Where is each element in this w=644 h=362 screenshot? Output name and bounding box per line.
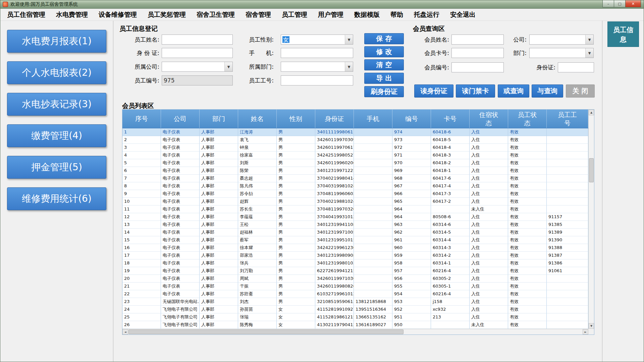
- clear-button[interactable]: 清 空: [364, 59, 404, 70]
- column-header[interactable]: 性别: [277, 110, 315, 128]
- sidebar-button[interactable]: 水电抄表记录(3): [7, 93, 106, 116]
- menu-item[interactable]: 帮助: [385, 9, 409, 20]
- dropdown-arrow-icon[interactable]: ▼: [345, 62, 353, 71]
- column-header[interactable]: 部门: [200, 110, 238, 128]
- close-window-button[interactable]: ✕: [625, 0, 641, 7]
- menu-item[interactable]: 设备维修管理: [93, 9, 142, 20]
- menu-item[interactable]: 员工住宿管理: [2, 9, 51, 20]
- menu-item[interactable]: 员工管理: [276, 9, 313, 20]
- table-row[interactable]: 11电子仪表人事部苏长生男3704811997032038...964未入住有效: [122, 205, 588, 213]
- table-row[interactable]: 23无锡国联华光电站...人事部刘杰男3210851959061318...13…: [122, 298, 588, 306]
- dropdown-arrow-icon[interactable]: ▼: [345, 35, 353, 44]
- column-header[interactable]: 编号: [392, 110, 431, 128]
- save-button[interactable]: 保 存: [364, 33, 404, 44]
- sidebar-button[interactable]: 维修费用统计(6): [7, 187, 106, 210]
- vertical-scrollbar-thumb[interactable]: [589, 158, 594, 182]
- table-row[interactable]: 7电子仪表人事部聂志超男3704021998041453...96860417-…: [122, 175, 588, 182]
- column-header[interactable]: 员工状态: [508, 110, 547, 128]
- horizontal-scrollbar-thumb[interactable]: [128, 329, 404, 334]
- table-row[interactable]: 20电子仪表人事部周斌男3426011997103040...95660305-…: [122, 275, 588, 283]
- member-number-input[interactable]: [451, 62, 504, 72]
- scroll-down-icon[interactable]: ▼: [589, 323, 594, 329]
- horizontal-scrollbar[interactable]: ◄ ►: [122, 329, 588, 335]
- employee-gender-combo[interactable]: 女 ▼: [281, 35, 353, 45]
- dropdown-arrow-icon[interactable]: ▼: [585, 35, 593, 44]
- sidebar-button[interactable]: 押金管理(5): [7, 156, 106, 179]
- member-card-input[interactable]: [451, 48, 504, 58]
- column-header[interactable]: 手机: [354, 110, 392, 128]
- scroll-right-icon[interactable]: ►: [583, 329, 588, 335]
- cell: 3426011997030946...: [315, 136, 354, 144]
- and-query-button[interactable]: 与查询: [532, 84, 563, 98]
- table-row[interactable]: 21电子仪表人事部干振男3426011998082002...95560305-…: [122, 283, 588, 290]
- dropdown-arrow-icon[interactable]: ▼: [585, 48, 593, 58]
- menu-item[interactable]: 托盘运行: [409, 9, 445, 20]
- menu-item[interactable]: 用户管理: [313, 9, 349, 20]
- scroll-left-icon[interactable]: ◄: [122, 329, 128, 335]
- company-label: 所属公司:: [116, 62, 159, 72]
- table-row[interactable]: 15电子仪表人事部蔡军男3401231995101562...96160314-…: [122, 236, 588, 244]
- table-row[interactable]: 22电子仪表人事部苏踣斋男6103271996101234...95460216…: [122, 290, 588, 298]
- title-bar[interactable]: 欢迎使用:国万员工宿舍管理系统 – ▢ ✕: [0, 0, 644, 9]
- table-row[interactable]: 2电子仪表人事部袁飞男3426011997030946...97360418-5…: [122, 136, 588, 144]
- employee-name-input[interactable]: [162, 35, 233, 45]
- or-query-button[interactable]: 或查询: [498, 84, 529, 98]
- table-row[interactable]: 6电子仪表人事部陈荣男3401231997122516...96960418-1…: [122, 167, 588, 175]
- menu-item[interactable]: 宿舍管理: [240, 9, 276, 20]
- table-row[interactable]: 9电子仪表人事部苏令劼男3704811996060238...96660417-…: [122, 190, 588, 198]
- scroll-up-icon[interactable]: ▲: [589, 110, 594, 115]
- column-header[interactable]: 住宿状态: [470, 110, 508, 128]
- member-name-input[interactable]: [451, 35, 504, 45]
- table-row[interactable]: 5电子仪表人事部刘斯男3426011996020671...97060418-2…: [122, 159, 588, 167]
- table-row[interactable]: 19电子仪表人事部刘万勤男6227261994121530...95760216…: [122, 267, 588, 275]
- column-header[interactable]: 公司: [161, 110, 200, 128]
- department-combo[interactable]: ▼: [281, 62, 353, 72]
- table-row[interactable]: 8电子仪表人事部陈凡伟男3704031998102841...96760417-…: [122, 182, 588, 190]
- work-number-input[interactable]: [281, 75, 353, 85]
- table-row[interactable]: 12电子仪表人事部李蕴蕴男3704041993101250...96480508…: [122, 213, 588, 221]
- menu-item[interactable]: 员工奖惩管理: [142, 9, 191, 20]
- column-header[interactable]: 身份证: [315, 110, 354, 128]
- close-query-button[interactable]: 关 闭: [566, 84, 595, 98]
- menu-item[interactable]: 宿舍卫生管理: [191, 9, 240, 20]
- table-row[interactable]: 24飞翎电子有限公司人事部孙苗苗女4115281991092729...1395…: [122, 306, 588, 313]
- table-row[interactable]: 16电子仪表人事部徐本耀男3424221996123052...96060314…: [122, 244, 588, 252]
- menu-item[interactable]: 安全退出: [445, 9, 481, 20]
- maximize-button[interactable]: ▢: [614, 0, 626, 7]
- table-row[interactable]: 18电子仪表人事部张兵男3401231998010348...95860314-…: [122, 259, 588, 267]
- table-row[interactable]: 13电子仪表人事部王松男3401231994110848...96360314-…: [122, 221, 588, 229]
- menu-item[interactable]: 水电费管理: [51, 9, 93, 20]
- sidebar-button[interactable]: 水电费月报表(1): [7, 30, 106, 53]
- menu-item[interactable]: 数据模版: [349, 9, 385, 20]
- table-row[interactable]: 26飞翎电子有限公司人事部陈秀梅女4130211979041219...1361…: [122, 321, 588, 329]
- query-idcard-input[interactable]: [558, 62, 594, 72]
- table-row[interactable]: 3电子仪表人事部钟泉男3426011997061753...97260418-4…: [122, 144, 588, 152]
- phone-input[interactable]: [281, 48, 353, 58]
- sidebar-button[interactable]: 缴费管理(4): [7, 124, 106, 147]
- read-door-card-button[interactable]: 读门禁卡: [456, 84, 495, 98]
- modify-button[interactable]: 修 改: [364, 46, 404, 57]
- vertical-scrollbar[interactable]: ▲ ▼: [588, 110, 594, 329]
- idcard-input[interactable]: [162, 48, 233, 58]
- sidebar-button[interactable]: 个人水电报表(2): [7, 61, 106, 84]
- column-header[interactable]: 序号: [122, 110, 161, 128]
- company-combo[interactable]: ▼: [162, 62, 233, 72]
- table-row[interactable]: 14电子仪表人事部赵福林男3401231997100572...96260314…: [122, 229, 588, 236]
- column-header[interactable]: 员工工号: [547, 110, 588, 128]
- minimize-button[interactable]: –: [602, 0, 614, 7]
- table-row[interactable]: 17电子仪表人事部邵家浩男3401231998090820...95960314…: [122, 252, 588, 259]
- table-row[interactable]: 10电子仪表人事部赵辉男3704021988102453...96560417-…: [122, 198, 588, 205]
- table-row[interactable]: 4电子仪表人事部徐家嘉男3424251998052705...97160418-…: [122, 152, 588, 159]
- column-header[interactable]: 姓名: [238, 110, 277, 128]
- table-row[interactable]: 1电子仪表人事部江海涛男3401111998061105...97460418-…: [122, 128, 588, 136]
- employee-info-button[interactable]: 员工信息: [607, 21, 639, 47]
- query-department-combo[interactable]: ▼: [529, 48, 594, 58]
- swipe-idcard-button[interactable]: 刷身份证: [364, 86, 404, 97]
- export-button[interactable]: 导 出: [364, 73, 404, 84]
- table-row[interactable]: 25飞翎电子有限公司人事部张瑞女4115281986121529...13665…: [122, 313, 588, 321]
- read-idcard-button[interactable]: 读身份证: [414, 84, 453, 98]
- query-company-combo[interactable]: ▼: [529, 35, 594, 45]
- cell: [354, 221, 392, 229]
- dropdown-arrow-icon[interactable]: ▼: [224, 62, 232, 71]
- column-header[interactable]: 卡号: [431, 110, 470, 128]
